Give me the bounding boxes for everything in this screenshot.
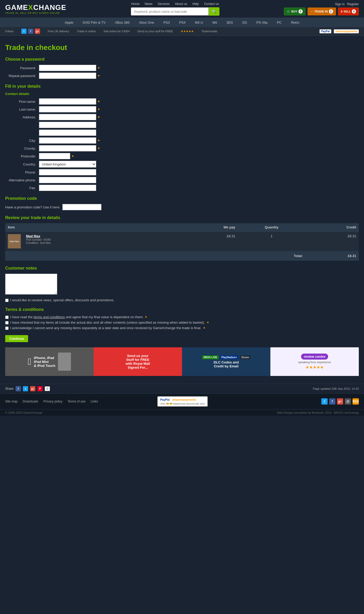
follow-label: Follow [5,30,14,33]
footer-cards: VISA 💳 💳 MasterCard SecureCode VISA [160,402,205,405]
royal-line2: Stuff for FREE [126,358,150,362]
buy-button[interactable]: 🛒 BUY 0 [284,8,306,15]
cat-pc[interactable]: PC [272,18,286,27]
tech-text: BRICK | technology [334,411,359,414]
steam-line1: DLC Codes and [202,360,250,364]
sell-cash-link[interactable]: Sell online for CASH [103,30,129,33]
postcode-input[interactable] [39,153,70,159]
customer-notes-textarea[interactable] [5,274,57,295]
phone-row: Phone: [5,169,359,175]
county-input[interactable] [39,145,96,151]
footer-rss[interactable]: RSS [353,398,359,405]
terms2-checkbox[interactable] [5,321,9,324]
search-button[interactable]: 🔍 [209,7,219,16]
terms-link[interactable]: terms and conditions [34,315,65,319]
twitter-icon[interactable]: t [21,29,27,34]
fax-input[interactable] [39,185,96,191]
nav-about[interactable]: About us [175,2,187,6]
sign-in-link[interactable]: Sign in [335,2,345,6]
nav-help[interactable]: Help [192,2,199,6]
footer-sitemap[interactable]: Site map [5,400,17,403]
logo-text: GAMEXCHANGE [5,3,66,12]
register-link[interactable]: Register [347,2,359,6]
buy-count: 0 [298,9,303,14]
footer-facebook[interactable]: f [329,398,335,405]
cat-ps4[interactable]: PS4 [174,18,190,27]
googleplus-icon[interactable]: g+ [35,29,40,34]
nav-contact[interactable]: Contact us [204,2,219,6]
review-centre-banner[interactable]: review centre speaking from experience ★… [270,347,359,376]
cat-wii[interactable]: Wii [208,18,222,27]
col-quantity: Quantity [238,223,306,232]
testimonials-link[interactable]: Testimonials [202,30,217,33]
address-input-1[interactable] [39,114,96,120]
logo-sub: TRADE IN, SELL OR BUY GAMES ONLINE [5,12,66,14]
first-name-input[interactable] [39,98,96,105]
newsletter-checkbox[interactable] [5,299,9,302]
trade-button[interactable]: ↔ TRADE IN 1 [308,8,336,15]
terms3-text: I acknowledge I cannot send any missing … [10,326,201,330]
alt-phone-input[interactable] [39,177,96,183]
footer-downloads[interactable]: Downloads [23,400,38,403]
cat-psvita[interactable]: PS Vita [252,18,272,27]
footer-twitter[interactable]: t [321,398,328,405]
search-input[interactable] [131,7,209,16]
copyright-bar: © 2008–2015 GameXchange Web Design Lanca… [0,409,364,416]
cat-ps3[interactable]: PS3 [159,18,174,27]
apple-logo-icon:  [28,356,31,367]
last-name-row: Last name: ✦ [5,106,359,112]
nav-home[interactable]: Home [131,2,140,6]
web-design-text: Web Design Lancashire by Brickweb, 2015 [277,411,332,414]
cat-xbox360[interactable]: XBox 360 [110,18,134,27]
free-delivery-link[interactable]: Free UK delivery [48,30,69,33]
sell-button[interactable]: $ SELL 0 [338,8,359,15]
footer-terms[interactable]: Terms of use [68,400,86,403]
cat-ds[interactable]: DS [238,18,252,27]
page-updated: Page updated 10th Sep 2015, 14:33 [313,387,359,390]
promo-input[interactable] [62,204,101,210]
share-googleplus[interactable]: g+ [30,386,35,391]
last-name-input[interactable] [39,106,96,112]
total-empty-1 [5,251,177,261]
share-facebook[interactable]: f [16,386,21,391]
terms3-checkbox[interactable] [5,327,9,330]
country-label: Country: [5,162,39,166]
nav-services[interactable]: Services [158,2,170,6]
item-name[interactable]: Mad Max [26,234,51,238]
address-input-3[interactable] [39,130,96,136]
cat-3ds[interactable]: 3DS [222,18,238,27]
nav-news[interactable]: News [145,2,153,6]
country-select[interactable]: United Kingdom United States Australia C… [39,161,96,168]
table-row: Mad Max Mad Max Part number: XO40 Condit… [5,232,359,251]
royal-mail-banner[interactable]: Send us your Stuff for FREE with Royal M… [94,347,182,376]
address-input-2[interactable] [39,122,96,128]
apple-banner-text: iPhone, iPad iPad Mini & iPod Touch [34,356,55,368]
terms-title: Terms & conditions [5,307,359,312]
col-item: Item [5,223,177,232]
footer-email[interactable]: @ [345,398,351,405]
send-free-link[interactable]: Send us your stuff for FREE [137,30,173,33]
share-pinterest[interactable]: P [37,386,43,391]
footer-links[interactable]: Links [91,400,98,403]
trade-online-link[interactable]: Trade in online [77,30,96,33]
footer-privacy[interactable]: Privacy policy [43,400,62,403]
footer-googleplus[interactable]: g+ [337,398,343,405]
continue-button[interactable]: Continue [5,335,28,342]
apple-banner[interactable]:  iPhone, iPad iPad Mini & iPod Touch [5,347,94,376]
cat-apple[interactable]: Apple [60,18,78,27]
cat-xboxone[interactable]: Xbox One [134,18,159,27]
phone-input[interactable] [39,169,96,175]
terms1-checkbox[interactable] [5,316,9,319]
cat-dvd[interactable]: DVD Film & TV [78,18,110,27]
cat-retro[interactable]: Retro [286,18,304,27]
share-label: Share [5,387,14,391]
steam-line2: Credit by Email [202,364,250,368]
logo[interactable]: GAMEXCHANGE TRADE IN, SELL OR BUY GAMES … [5,3,66,14]
facebook-icon[interactable]: f [28,29,33,34]
city-input[interactable] [39,137,96,144]
password-input[interactable] [39,65,96,71]
cat-wiiu[interactable]: Wii U [190,18,208,27]
share-twitter[interactable]: t [23,386,28,391]
repeat-password-input[interactable] [39,73,96,79]
steam-banner[interactable]: XBOX LIVE PlayStation+ Steam DLC Codes a… [182,347,270,376]
